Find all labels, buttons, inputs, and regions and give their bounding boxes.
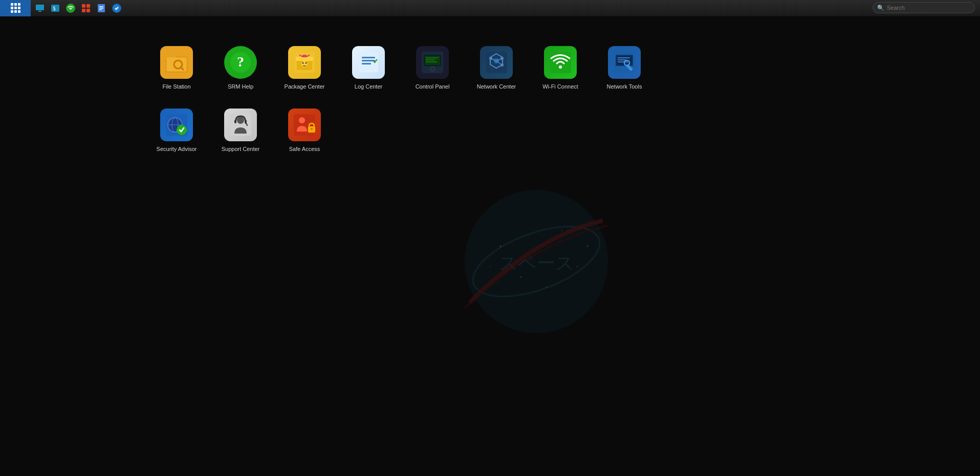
app-package-center[interactable]: Package Center xyxy=(276,42,333,94)
app-control-panel[interactable]: Control Panel xyxy=(404,42,461,94)
svg-point-14 xyxy=(465,190,608,333)
control-panel-icon xyxy=(416,46,449,79)
svg-rect-1 xyxy=(38,11,41,12)
control-panel-label: Control Panel xyxy=(416,83,450,90)
support-center-icon xyxy=(224,109,257,141)
svg-point-16 xyxy=(499,246,501,247)
network-center-label: Network Center xyxy=(477,83,516,90)
search-bar[interactable]: 🔍 xyxy=(873,2,975,13)
svg-rect-6 xyxy=(86,4,90,8)
svg-text:$: $ xyxy=(53,6,56,11)
file-station-label: File Station xyxy=(162,83,190,90)
taskbar: $ xyxy=(0,0,980,16)
log-center-icon xyxy=(352,46,385,79)
apps-row-1: File Station ? SRM Help xyxy=(148,42,652,94)
background-logo: スペース xyxy=(460,185,613,338)
svg-rect-5 xyxy=(82,4,85,8)
svg-rect-67 xyxy=(623,66,626,68)
svg-rect-78 xyxy=(234,120,236,123)
app-support-center[interactable]: Support Center xyxy=(212,104,269,157)
taskbar-apps: $ xyxy=(31,1,126,15)
svg-point-60 xyxy=(559,66,562,69)
shield-taskbar-app-icon[interactable] xyxy=(110,1,124,15)
file-station-icon xyxy=(160,46,193,79)
svg-point-81 xyxy=(299,117,305,123)
start-button[interactable] xyxy=(0,0,31,16)
svg-point-21 xyxy=(490,266,491,267)
svg-rect-68 xyxy=(621,68,628,69)
app-file-station[interactable]: File Station xyxy=(148,42,205,94)
app-wifi-connect[interactable]: Wi-Fi Connect xyxy=(532,42,589,94)
app-security-advisor[interactable]: Security Advisor xyxy=(148,104,205,157)
svg-point-20 xyxy=(546,287,547,288)
svg-point-18 xyxy=(520,276,521,278)
svg-point-37 xyxy=(306,62,307,64)
network-tools-icon xyxy=(608,46,641,79)
log-center-label: Log Center xyxy=(355,83,382,90)
task-manager-taskbar-icon[interactable] xyxy=(79,1,93,15)
app-srm-help[interactable]: ? SRM Help xyxy=(212,42,269,94)
network-tools-label: Network Tools xyxy=(607,83,642,90)
grid-icon xyxy=(11,3,20,13)
search-icon: 🔍 xyxy=(877,5,884,11)
safe-access-icon xyxy=(288,109,321,141)
app-log-center[interactable]: Log Center xyxy=(340,42,397,94)
svg-rect-44 xyxy=(425,56,440,65)
svg-point-19 xyxy=(577,266,578,267)
svg-rect-0 xyxy=(36,5,44,10)
svg-point-49 xyxy=(431,68,434,71)
svg-rect-7 xyxy=(82,9,85,12)
svg-rect-8 xyxy=(86,9,90,12)
svg-point-83 xyxy=(311,128,313,130)
wifi-connect-label: Wi-Fi Connect xyxy=(542,83,578,90)
apps-row-2: Security Advisor xyxy=(148,104,652,157)
svg-point-17 xyxy=(561,230,562,231)
security-advisor-label: Security Advisor xyxy=(157,145,197,153)
srm-help-label: SRM Help xyxy=(228,83,253,90)
svg-rect-41 xyxy=(362,63,371,64)
svg-rect-79 xyxy=(245,120,247,123)
security-advisor-icon xyxy=(160,109,193,141)
package-center-label: Package Center xyxy=(285,83,325,90)
svg-point-22 xyxy=(586,246,588,247)
safe-access-label: Safe Access xyxy=(289,145,320,153)
svg-point-36 xyxy=(302,62,304,64)
svg-text:?: ? xyxy=(237,54,244,70)
notes-taskbar-icon[interactable] xyxy=(94,1,108,15)
app-safe-access[interactable]: Safe Access xyxy=(276,104,333,157)
svg-rect-39 xyxy=(362,57,375,58)
desktop: スペース File Station xyxy=(0,16,980,476)
terminal-taskbar-icon[interactable]: $ xyxy=(48,1,62,15)
svg-rect-34 xyxy=(296,57,313,61)
network-center-icon xyxy=(480,46,513,79)
svg-point-77 xyxy=(237,117,244,124)
monitor-taskbar-icon[interactable] xyxy=(33,1,47,15)
app-network-center[interactable]: Network Center xyxy=(468,42,525,94)
wifi-connect-icon xyxy=(544,46,577,79)
app-network-tools[interactable]: Network Tools xyxy=(596,42,652,94)
apps-grid: File Station ? SRM Help xyxy=(148,42,652,157)
svg-text:スペース: スペース xyxy=(498,252,574,273)
srm-help-icon: ? xyxy=(224,46,257,79)
search-input[interactable] xyxy=(887,5,970,11)
support-center-label: Support Center xyxy=(222,145,260,153)
svg-point-15 xyxy=(464,212,608,311)
wifi-taskbar-app-icon[interactable] xyxy=(63,1,78,15)
package-center-icon xyxy=(288,46,321,79)
svg-rect-40 xyxy=(362,60,375,61)
